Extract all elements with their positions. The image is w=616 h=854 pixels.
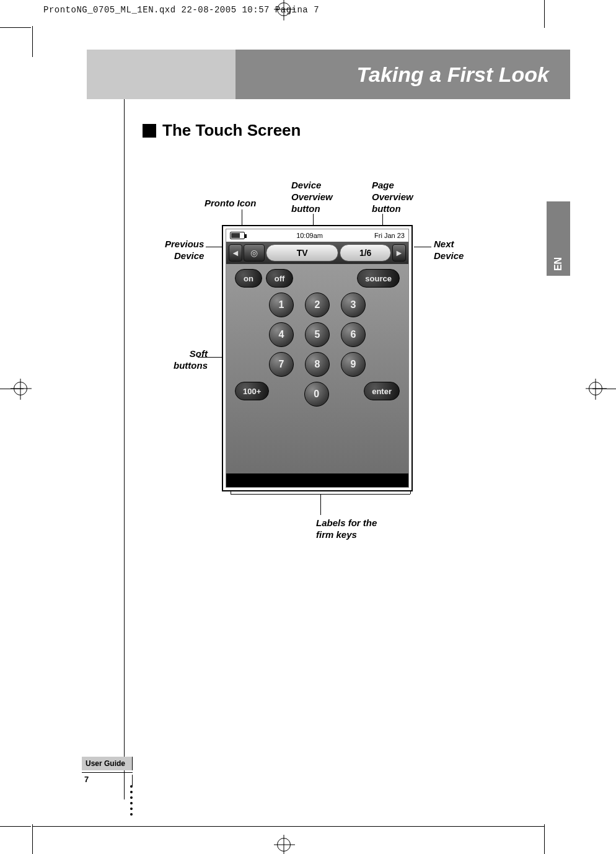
device-overview-button[interactable]: TV xyxy=(266,244,338,262)
registration-mark-icon xyxy=(277,838,291,852)
firm-keys-bar xyxy=(226,473,408,487)
off-button[interactable]: off xyxy=(266,269,293,288)
digit-7-button[interactable]: 7 xyxy=(269,352,294,377)
leader-line xyxy=(242,209,242,227)
page-number: 7 xyxy=(82,775,133,786)
callout-page-overview: Page Overview button xyxy=(372,180,413,214)
registration-mark-icon xyxy=(277,2,291,16)
column-rule xyxy=(124,99,125,799)
leader-line xyxy=(414,247,431,247)
enter-button[interactable]: enter xyxy=(364,382,400,400)
crop-mark xyxy=(544,824,545,854)
digit-1-button[interactable]: 1 xyxy=(269,293,294,317)
digit-4-button[interactable]: 4 xyxy=(269,322,294,347)
touchscreen-inner: 10:09am Fri Jan 23 ◄ ◎ TV 1/6 ► on off s… xyxy=(226,229,409,488)
status-bar: 10:09am Fri Jan 23 xyxy=(226,229,408,242)
footer-dots-icon xyxy=(130,785,133,816)
footer: User Guide 7 xyxy=(82,757,133,786)
page-overview-label: 1/6 xyxy=(359,248,371,258)
on-button[interactable]: on xyxy=(235,269,262,288)
callout-next-device: Next Device xyxy=(434,239,464,262)
callout-previous-device: Previous Device xyxy=(165,239,204,262)
callout-soft-buttons: Soft buttons xyxy=(174,348,208,372)
crop-mark xyxy=(0,27,31,28)
footer-rule xyxy=(82,772,133,773)
chapter-title-text: Taking a First Look xyxy=(357,63,549,87)
square-bullet-icon xyxy=(143,124,156,138)
registration-mark-icon xyxy=(589,382,602,395)
next-device-button[interactable]: ► xyxy=(392,244,406,262)
prev-device-button[interactable]: ◄ xyxy=(229,244,242,262)
callout-firm-keys: Labels for the firm keys xyxy=(316,517,377,541)
chapter-title: Taking a First Look xyxy=(235,50,570,99)
language-tab: EN xyxy=(547,201,570,276)
callout-pronto-icon: Pronto Icon xyxy=(205,198,256,209)
leader-line xyxy=(320,494,321,515)
crop-mark xyxy=(32,26,33,57)
status-date: Fri Jan 23 xyxy=(374,232,405,239)
digit-9-button[interactable]: 9 xyxy=(341,352,366,377)
nav-bar: ◄ ◎ TV 1/6 ► xyxy=(226,242,408,264)
user-guide-label: User Guide xyxy=(82,757,133,770)
digit-8-button[interactable]: 8 xyxy=(305,352,330,377)
pronto-icon[interactable]: ◎ xyxy=(244,244,265,262)
source-button[interactable]: source xyxy=(357,269,400,288)
digit-0-button[interactable]: 0 xyxy=(304,382,329,407)
digit-3-button[interactable]: 3 xyxy=(341,293,366,317)
battery-icon xyxy=(230,232,245,239)
leader-line xyxy=(198,357,224,358)
crop-mark xyxy=(544,0,545,28)
device-overview-label: TV xyxy=(297,248,308,258)
registration-mark-icon xyxy=(14,382,27,395)
digit-6-button[interactable]: 6 xyxy=(341,322,366,347)
bottom-rule xyxy=(32,826,544,827)
section-heading-text: The Touch Screen xyxy=(162,121,301,140)
soft-buttons-area: on off source 1 2 3 4 5 6 7 8 9 100+ xyxy=(226,264,408,473)
digit-5-button[interactable]: 5 xyxy=(305,322,330,347)
status-time: 10:09am xyxy=(296,232,323,239)
callout-device-overview: Device Overview button xyxy=(291,180,333,214)
language-tab-label: EN xyxy=(553,257,564,271)
digit-2-button[interactable]: 2 xyxy=(305,293,330,317)
leader-line xyxy=(231,494,410,495)
section-heading: The Touch Screen xyxy=(143,121,301,140)
crop-mark xyxy=(32,824,33,854)
crop-mark xyxy=(0,826,31,827)
touchscreen-illustration: 10:09am Fri Jan 23 ◄ ◎ TV 1/6 ► on off s… xyxy=(222,225,413,491)
hundred-plus-button[interactable]: 100+ xyxy=(235,382,269,400)
page-overview-button[interactable]: 1/6 xyxy=(340,244,391,262)
